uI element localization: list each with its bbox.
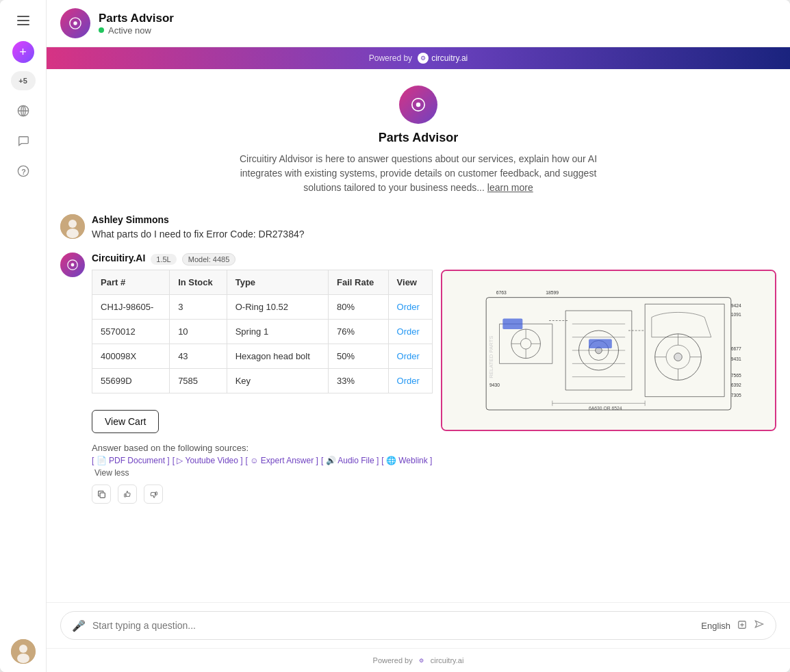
table-row: 55699D 7585 Key 33% Order — [92, 369, 433, 393]
svg-rect-22 — [124, 493, 125, 496]
table-row: 400098X 43 Hexagon head bolt 50% Order — [92, 344, 433, 369]
menu-icon[interactable] — [11, 8, 36, 33]
svg-text:9431: 9431 — [731, 357, 741, 361]
source-pdf[interactable]: [ 📄 PDF Document ] — [92, 456, 170, 465]
source-audio[interactable]: [ 🔊 Audio File ] — [321, 456, 379, 465]
col-view: View — [388, 270, 432, 295]
footer-brand: circuitry.ai — [431, 656, 464, 664]
svg-rect-23 — [155, 491, 157, 494]
svg-text:7565: 7565 — [731, 373, 741, 378]
thumbs-up-button[interactable] — [118, 484, 137, 504]
cell-view: Order — [388, 369, 432, 393]
svg-point-32 — [674, 353, 683, 361]
sources-links: [ 📄 PDF Document ] [ ▷ Youtube Video ] [… — [92, 456, 433, 478]
svg-text:6A630 OR 6524: 6A630 OR 6524 — [589, 406, 622, 411]
svg-text:6763: 6763 — [496, 290, 507, 295]
sidebar: + +5 ? — [0, 0, 47, 672]
source-expert[interactable]: [ ☺ Expert Answer ] — [246, 456, 318, 465]
cell-part-num: CH1J-98605- — [92, 295, 170, 320]
powered-banner: Powered by ⚙ circuitry.ai — [47, 47, 790, 69]
status-dot — [99, 27, 104, 33]
powered-by-text: Powered by — [369, 53, 412, 63]
header-status: Active now — [99, 25, 174, 36]
view-cart-button[interactable]: View Cart — [92, 410, 159, 433]
svg-text:9430: 9430 — [489, 383, 500, 387]
user-avatar[interactable] — [11, 639, 36, 664]
svg-point-11 — [17, 654, 29, 663]
cell-part-num: 400098X — [92, 344, 170, 369]
order-link[interactable]: Order — [397, 351, 420, 361]
cell-part-num: 5570012 — [92, 320, 170, 344]
source-youtube[interactable]: [ ▷ Youtube Video ] — [173, 456, 243, 465]
attach-icon[interactable] — [737, 620, 747, 632]
chat-icon[interactable] — [11, 129, 36, 153]
bot-badge: 1.5L — [151, 254, 176, 265]
bot-intro: Parts Advisor Circuitiry Aldvisor is her… — [60, 86, 776, 195]
main-panel: Parts Advisor Active now Powered by ⚙ ci… — [47, 0, 790, 672]
header-bot-avatar — [60, 8, 90, 38]
svg-text:1091: 1091 — [731, 312, 741, 317]
bot-message-content: Circuitiry.AI 1.5L Model: 4485 Part # — [92, 253, 776, 504]
col-part-num: Part # — [92, 270, 170, 295]
svg-text:?: ? — [21, 168, 26, 176]
order-link[interactable]: Order — [397, 376, 420, 386]
mic-icon[interactable]: 🎤 — [72, 619, 86, 632]
globe-icon[interactable] — [11, 99, 36, 123]
parts-table-wrapper: Part # In Stock Type Fail Rate View CH1J… — [92, 270, 433, 504]
table-row: CH1J-98605- 3 O-Ring 10.52 80% Order — [92, 295, 433, 320]
status-text: Active now — [108, 25, 151, 36]
diagram-image: 9424 1091 6763 18599 6677 9431 9430 7565… — [442, 271, 775, 430]
svg-rect-21 — [100, 493, 105, 497]
source-weblink[interactable]: [ 🌐 Weblink ] — [381, 456, 432, 465]
parts-table: Part # In Stock Type Fail Rate View CH1J… — [92, 270, 433, 393]
learn-more-link[interactable]: learn more — [487, 182, 533, 193]
user-name: Ashley Simmons — [92, 214, 776, 225]
bot-model-badge: Model: 4485 — [182, 253, 236, 266]
brand-name: circuitry.ai — [431, 53, 468, 63]
cell-fail-rate: 76% — [329, 320, 389, 344]
svg-rect-2 — [17, 24, 29, 25]
svg-text:6677: 6677 — [731, 346, 741, 351]
badge-count[interactable]: +5 — [11, 71, 36, 90]
bot-intro-desc: Circuitiry Aldvisor is here to answer qu… — [227, 152, 610, 195]
help-icon[interactable]: ? — [11, 159, 36, 183]
footer-circuitry-icon: ⚙ — [417, 656, 426, 665]
cell-in-stock: 7585 — [170, 369, 227, 393]
copy-button[interactable] — [92, 484, 111, 504]
bot-message-row: Circuitiry.AI 1.5L Model: 4485 Part # — [60, 253, 776, 504]
cell-fail-rate: 80% — [329, 295, 389, 320]
col-in-stock: In Stock — [170, 270, 227, 295]
footer: Powered by ⚙ circuitry.ai — [47, 648, 790, 672]
svg-point-10 — [19, 645, 27, 653]
order-link[interactable]: Order — [397, 302, 420, 312]
add-button[interactable]: + — [12, 41, 34, 63]
svg-text:18599: 18599 — [546, 290, 559, 295]
cell-type: Spring 1 — [227, 320, 328, 344]
view-less-link[interactable]: View less — [94, 468, 129, 478]
bot-message-avatar — [60, 253, 85, 277]
svg-rect-35 — [502, 319, 522, 329]
language-selector[interactable]: English — [701, 621, 730, 631]
bot-name-row: Circuitiry.AI 1.5L Model: 4485 — [92, 253, 776, 266]
cell-type: O-Ring 10.52 — [227, 295, 328, 320]
chat-input[interactable] — [92, 620, 694, 631]
cell-fail-rate: 50% — [329, 344, 389, 369]
send-icon[interactable] — [754, 619, 765, 632]
user-message-text: What parts do I need to fix Error Code: … — [92, 227, 776, 242]
cell-in-stock: 3 — [170, 295, 227, 320]
svg-point-15 — [416, 103, 420, 107]
svg-point-13 — [73, 21, 77, 25]
order-link[interactable]: Order — [397, 326, 420, 337]
circuitry-icon: ⚙ — [418, 53, 429, 64]
col-type: Type — [227, 270, 328, 295]
thumbs-down-button[interactable] — [144, 484, 163, 504]
svg-rect-24 — [486, 298, 731, 410]
bot-avatar-large — [399, 86, 437, 124]
diagram-box: 9424 1091 6763 18599 6677 9431 9430 7565… — [441, 270, 776, 431]
table-row: 5570012 10 Spring 1 76% Order — [92, 320, 433, 344]
footer-powered-by: Powered by — [373, 656, 413, 664]
svg-point-17 — [68, 220, 77, 228]
col-fail-rate: Fail Rate — [329, 270, 389, 295]
bot-intro-title: Parts Advisor — [379, 131, 458, 145]
sources-section: Answer based on the following sources: [… — [92, 443, 433, 478]
